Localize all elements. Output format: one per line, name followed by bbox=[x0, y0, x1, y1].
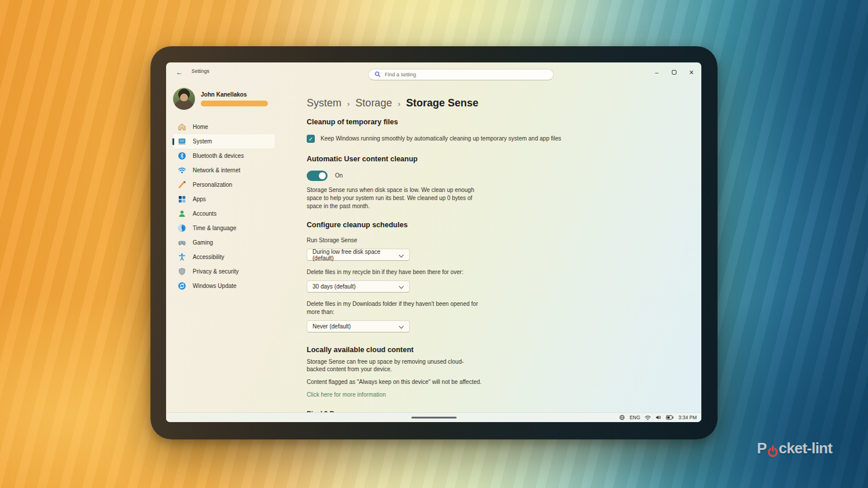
clock: 3:34 PM bbox=[678, 415, 697, 420]
windows-update-icon bbox=[178, 282, 186, 290]
sidebar-item-privacy-security[interactable]: Privacy & security bbox=[172, 264, 275, 279]
heading-configure-schedules: Configure cleanup schedules bbox=[307, 221, 701, 229]
cloud-note: Content flagged as "Always keep on this … bbox=[307, 378, 701, 386]
home-icon bbox=[178, 123, 186, 131]
sidebar-item-home[interactable]: Home bbox=[172, 120, 275, 134]
sidebar-item-personalization[interactable]: Personalization bbox=[172, 178, 275, 192]
sidebar-item-accounts[interactable]: Accounts bbox=[172, 206, 275, 221]
personalization-icon bbox=[178, 180, 186, 189]
downloads-label: Delete files in my Downloads folder if t… bbox=[307, 300, 480, 316]
titlebar: ← Settings bbox=[166, 62, 701, 82]
pocket-lint-logo: P cket-lint bbox=[757, 439, 832, 457]
wifi-icon bbox=[645, 415, 651, 420]
accounts-icon bbox=[178, 209, 186, 218]
sidebar-item-label: System bbox=[193, 138, 212, 145]
logo-text-rest: cket-lint bbox=[779, 439, 832, 457]
window-controls: – ✕ bbox=[648, 62, 700, 82]
cloud-description: Storage Sense can free up space by remov… bbox=[307, 358, 473, 374]
search-box[interactable] bbox=[368, 69, 554, 80]
check-icon: ✓ bbox=[308, 136, 313, 142]
volume-icon bbox=[656, 415, 661, 420]
minimize-button[interactable]: – bbox=[648, 62, 665, 82]
sidebar-item-label: Apps bbox=[193, 196, 206, 202]
chevron-down-icon bbox=[399, 321, 404, 331]
profile-card[interactable]: John Kanellakos bbox=[173, 88, 275, 110]
maximize-button[interactable] bbox=[665, 62, 683, 82]
sidebar-item-label: Windows Update bbox=[193, 283, 237, 289]
sidebar-nav: Home System Bluetooth & devices bbox=[172, 120, 275, 293]
sidebar-item-label: Accounts bbox=[193, 210, 216, 217]
recycle-bin-dropdown[interactable]: 30 days (default) bbox=[307, 280, 410, 293]
chevron-right-icon: › bbox=[347, 99, 350, 108]
close-button[interactable]: ✕ bbox=[683, 62, 700, 82]
toggle-knob bbox=[319, 172, 326, 179]
taskbar-handle[interactable] bbox=[411, 417, 457, 419]
sidebar-item-system[interactable]: System bbox=[172, 134, 275, 149]
globe-icon bbox=[619, 415, 625, 420]
sidebar-item-label: Gaming bbox=[193, 239, 213, 246]
settings-window: ← Settings bbox=[166, 62, 701, 422]
search-input[interactable] bbox=[385, 72, 547, 77]
chevron-down-icon bbox=[399, 281, 404, 291]
language-indicator: ENG bbox=[630, 415, 640, 420]
logo-text-p: P bbox=[757, 439, 767, 457]
wallpaper: ← Settings bbox=[0, 0, 868, 488]
accessibility-icon bbox=[178, 253, 186, 261]
more-information-link[interactable]: Click here for more information bbox=[307, 391, 701, 398]
shield-icon bbox=[178, 267, 186, 276]
sidebar-item-bluetooth-devices[interactable]: Bluetooth & devices bbox=[172, 149, 275, 163]
downloads-dropdown[interactable]: Never (default) bbox=[307, 320, 410, 332]
system-tray[interactable]: ENG 3:34 PM bbox=[619, 415, 697, 420]
heading-auto-user-cleanup: Automatic User content cleanup bbox=[307, 155, 701, 163]
temp-files-checkbox[interactable]: ✓ bbox=[307, 135, 315, 143]
chevron-down-icon bbox=[399, 250, 404, 260]
tablet-frame: ← Settings bbox=[150, 46, 718, 439]
sidebar-item-label: Home bbox=[193, 124, 208, 130]
breadcrumb-system[interactable]: System bbox=[307, 97, 341, 109]
dropdown-value: During low free disk space (default) bbox=[312, 249, 399, 261]
redacted-email-bar bbox=[201, 101, 268, 106]
heading-cleanup-temp-files: Cleanup of temporary files bbox=[307, 118, 701, 126]
breadcrumb: System › Storage › Storage Sense bbox=[307, 97, 701, 109]
sidebar-item-label: Bluetooth & devices bbox=[193, 153, 244, 159]
search-icon bbox=[374, 69, 381, 80]
bluetooth-icon bbox=[178, 151, 186, 160]
dropdown-value: Never (default) bbox=[312, 323, 351, 330]
battery-icon bbox=[666, 415, 674, 420]
sidebar-item-label: Time & language bbox=[193, 225, 236, 231]
auto-cleanup-description: Storage Sense runs when disk space is lo… bbox=[307, 186, 476, 210]
sidebar: John Kanellakos Home System bbox=[166, 82, 279, 412]
close-icon: ✕ bbox=[689, 69, 694, 76]
back-arrow-icon: ← bbox=[176, 68, 183, 76]
run-storage-sense-dropdown[interactable]: During low free disk space (default) bbox=[307, 249, 410, 261]
sidebar-item-accessibility[interactable]: Accessibility bbox=[172, 250, 275, 264]
power-icon bbox=[767, 443, 778, 456]
user-name: John Kanellakos bbox=[201, 91, 268, 98]
sidebar-item-label: Personalization bbox=[193, 182, 232, 188]
app-title: Settings bbox=[192, 68, 209, 74]
breadcrumb-storage[interactable]: Storage bbox=[355, 97, 392, 109]
avatar bbox=[173, 88, 195, 110]
breadcrumb-storage-sense: Storage Sense bbox=[406, 97, 479, 109]
temp-files-checkbox-label: Keep Windows running smoothly by automat… bbox=[321, 135, 561, 143]
main-content: System › Storage › Storage Sense Cleanup… bbox=[279, 82, 701, 412]
sidebar-item-network-internet[interactable]: Network & internet bbox=[172, 163, 275, 178]
sidebar-item-gaming[interactable]: Gaming bbox=[172, 235, 275, 250]
sidebar-item-apps[interactable]: Apps bbox=[172, 192, 275, 206]
sidebar-item-time-language[interactable]: Time & language bbox=[172, 221, 275, 235]
network-icon bbox=[178, 166, 186, 175]
system-icon bbox=[178, 137, 186, 146]
recycle-bin-label: Delete files in my recycle bin if they h… bbox=[307, 268, 480, 276]
heading-cloud-content: Locally available cloud content bbox=[307, 346, 701, 354]
run-storage-sense-label: Run Storage Sense bbox=[307, 236, 480, 245]
sidebar-item-label: Network & internet bbox=[193, 167, 240, 173]
minimize-icon: – bbox=[655, 69, 659, 76]
sidebar-item-windows-update[interactable]: Windows Update bbox=[172, 279, 275, 293]
back-button[interactable]: ← bbox=[173, 67, 186, 77]
toggle-state-label: On bbox=[335, 172, 343, 180]
maximize-icon bbox=[672, 70, 676, 75]
gaming-icon bbox=[178, 238, 186, 247]
taskbar: ENG 3:34 PM bbox=[166, 412, 701, 422]
storage-sense-toggle[interactable] bbox=[307, 171, 328, 181]
sidebar-item-label: Privacy & security bbox=[193, 268, 238, 275]
